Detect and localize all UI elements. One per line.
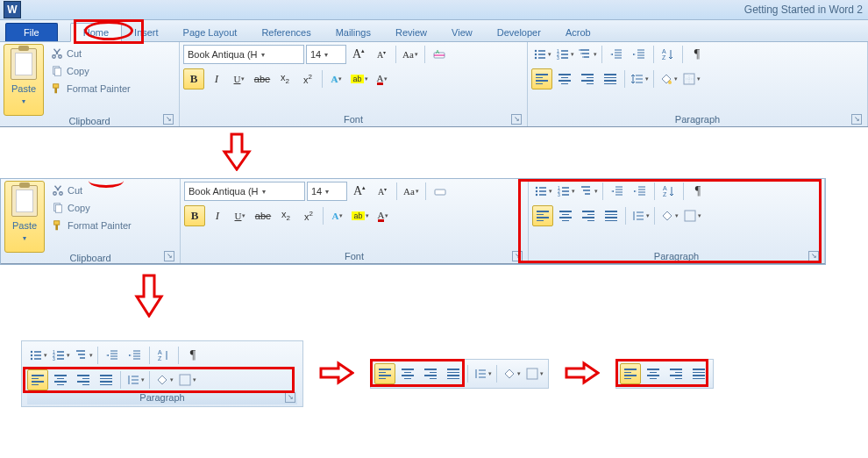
paragraph-dialog-launcher[interactable]: ↘ <box>285 392 295 403</box>
format-painter-button[interactable]: Format Painter <box>47 81 134 97</box>
grow-font-button[interactable]: A▴ <box>349 181 370 202</box>
paste-dropdown-icon[interactable]: ▾ <box>22 97 25 105</box>
paste-button[interactable]: Paste ▾ <box>4 44 44 116</box>
borders-button[interactable]: ▾ <box>680 68 701 89</box>
italic-button[interactable]: I <box>206 68 227 89</box>
font-name-combo[interactable]: Book Antiqua (H▾ <box>183 45 304 64</box>
font-name-combo[interactable]: Book Antiqua (H▾ <box>184 182 305 201</box>
borders-button[interactable]: ▾ <box>176 369 197 390</box>
increase-indent-button[interactable] <box>125 345 146 366</box>
paragraph-dialog-launcher[interactable]: ↘ <box>808 251 819 261</box>
format-painter-button[interactable]: Format Painter <box>48 218 135 233</box>
tab-mailings[interactable]: Mailings <box>324 24 383 41</box>
align-center-button[interactable] <box>554 68 575 89</box>
shading-button[interactable]: ▾ <box>658 205 679 226</box>
align-center-button[interactable] <box>397 363 418 384</box>
tab-view[interactable]: View <box>439 24 485 41</box>
underline-button[interactable]: U▾ <box>230 205 251 226</box>
line-spacing-button[interactable]: ▾ <box>629 68 650 89</box>
tab-developer[interactable]: Developer <box>485 24 553 41</box>
font-color-button[interactable]: A▾ <box>373 205 394 226</box>
tab-file[interactable]: File <box>5 23 58 41</box>
cut-button[interactable]: Cut <box>48 182 135 198</box>
justify-button[interactable] <box>96 369 117 390</box>
align-left-button[interactable] <box>620 363 641 384</box>
sort-button[interactable]: AZ <box>658 181 679 202</box>
tab-review[interactable]: Review <box>383 24 439 41</box>
line-spacing-button[interactable]: ▾ <box>472 363 493 384</box>
align-left-button[interactable] <box>27 369 48 390</box>
cut-button[interactable]: Cut <box>47 46 134 61</box>
bullets-button[interactable]: ▾ <box>532 181 553 202</box>
increase-indent-button[interactable] <box>629 44 650 65</box>
bullets-button[interactable]: ▾ <box>27 345 48 366</box>
align-left-button[interactable] <box>374 363 395 384</box>
tab-insert[interactable]: Insert <box>122 24 171 41</box>
italic-button[interactable]: I <box>207 205 228 226</box>
line-spacing-button[interactable]: ▾ <box>630 205 651 226</box>
font-dialog-launcher[interactable]: ↘ <box>511 114 522 125</box>
align-left-button[interactable] <box>531 68 552 89</box>
shading-button[interactable]: ▾ <box>501 363 522 384</box>
align-right-button[interactable] <box>665 363 687 384</box>
tab-acrobat[interactable]: Acrob <box>553 24 603 41</box>
strikethrough-button[interactable]: abe <box>252 68 273 89</box>
change-case-button[interactable]: Aa▾ <box>401 181 422 202</box>
align-left-button[interactable] <box>532 205 553 226</box>
shading-button[interactable]: ▾ <box>153 369 174 390</box>
paste-button[interactable]: Paste ▾ <box>4 181 45 253</box>
justify-button[interactable] <box>600 68 621 89</box>
borders-button[interactable]: ▾ <box>681 205 702 226</box>
align-center-button[interactable] <box>50 369 71 390</box>
align-right-button[interactable] <box>73 369 94 390</box>
clipboard-dialog-launcher[interactable]: ↘ <box>164 251 174 261</box>
copy-button[interactable]: Copy <box>48 200 135 216</box>
align-right-button[interactable] <box>420 363 441 384</box>
copy-button[interactable]: Copy <box>47 63 134 79</box>
bold-button[interactable]: B <box>183 68 204 89</box>
bullets-button[interactable]: ▾ <box>531 44 552 65</box>
grow-font-button[interactable]: A▴ <box>348 44 369 65</box>
justify-button[interactable] <box>688 363 709 384</box>
change-case-button[interactable]: Aa▾ <box>400 44 421 65</box>
subscript-button[interactable]: x2 <box>274 68 295 89</box>
align-center-button[interactable] <box>643 363 664 384</box>
line-spacing-button[interactable]: ▾ <box>125 369 146 390</box>
decrease-indent-button[interactable] <box>606 44 627 65</box>
numbering-button[interactable]: 123▾ <box>50 345 71 366</box>
shading-button[interactable]: ▾ <box>658 68 679 89</box>
show-marks-button[interactable]: ¶ <box>687 181 708 202</box>
text-effects-button[interactable]: A▾ <box>327 205 348 226</box>
tab-references[interactable]: References <box>249 24 323 41</box>
show-marks-button[interactable]: ¶ <box>687 44 708 65</box>
multilevel-list-button[interactable]: ▾ <box>578 181 599 202</box>
shrink-font-button[interactable]: A▾ <box>371 44 392 65</box>
justify-button[interactable] <box>443 363 464 384</box>
borders-button[interactable]: ▾ <box>523 363 544 384</box>
text-effects-button[interactable]: A▾ <box>326 68 347 89</box>
font-color-button[interactable]: A▾ <box>372 68 393 89</box>
clipboard-dialog-launcher[interactable]: ↘ <box>163 114 174 125</box>
clear-formatting-button[interactable]: A <box>429 44 450 65</box>
align-right-button[interactable] <box>577 68 598 89</box>
align-center-button[interactable] <box>555 205 576 226</box>
bold-button[interactable]: B <box>184 205 205 226</box>
sort-button[interactable]: AZ <box>658 44 679 65</box>
tab-page-layout[interactable]: Page Layout <box>171 24 250 41</box>
increase-indent-button[interactable] <box>630 181 651 202</box>
sort-button[interactable]: AZ <box>153 345 174 366</box>
justify-button[interactable] <box>601 205 622 226</box>
numbering-button[interactable]: 123▾ <box>555 181 576 202</box>
multilevel-list-button[interactable]: ▾ <box>577 44 598 65</box>
highlight-button[interactable]: ab▾ <box>349 68 370 89</box>
paste-dropdown-icon[interactable]: ▾ <box>23 234 26 242</box>
tab-home[interactable]: Home <box>70 23 122 42</box>
decrease-indent-button[interactable] <box>607 181 628 202</box>
font-size-combo[interactable]: 14▾ <box>306 45 346 64</box>
underline-button[interactable]: U▾ <box>229 68 250 89</box>
show-marks-button[interactable]: ¶ <box>182 345 203 366</box>
paragraph-dialog-launcher[interactable]: ↘ <box>851 114 862 125</box>
superscript-button[interactable]: x2 <box>298 205 319 226</box>
highlight-button[interactable]: ab▾ <box>350 205 371 226</box>
font-size-combo[interactable]: 14▾ <box>307 182 347 201</box>
